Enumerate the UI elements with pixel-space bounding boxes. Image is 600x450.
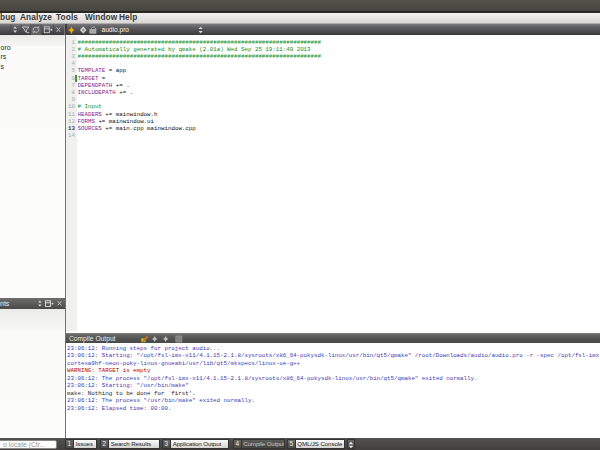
svg-text:audio.pro: audio.pro [102,26,130,34]
